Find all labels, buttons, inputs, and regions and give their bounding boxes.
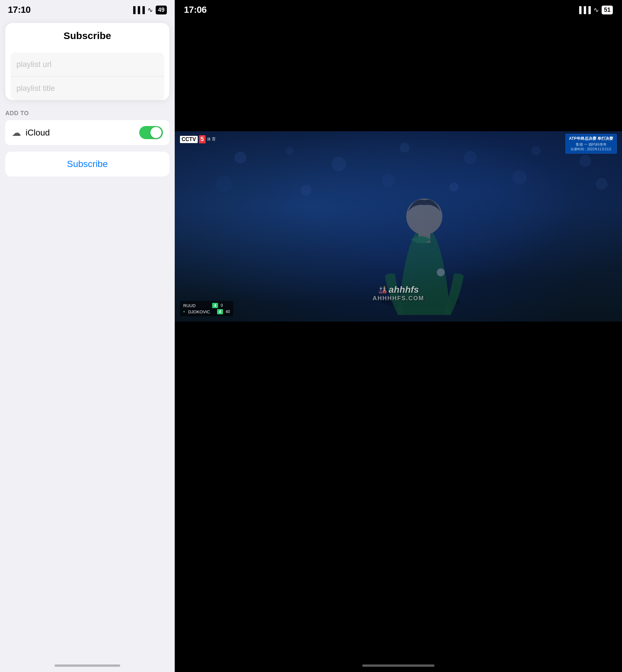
player2-name: DJOKOVIC xyxy=(188,309,214,314)
modal-title: Subscribe xyxy=(63,30,111,41)
playlist-url-input[interactable] xyxy=(10,52,164,76)
match-title: ATP年终总决赛 单打决赛 xyxy=(569,136,613,141)
home-indicator-left xyxy=(55,665,120,667)
subscribe-modal: Subscribe xyxy=(5,23,169,100)
score-overlay: RUUD 4 0 • DJOKOVIC 4 40 xyxy=(180,301,233,316)
serving-dot: • xyxy=(183,309,185,314)
video-black-top xyxy=(175,20,622,131)
modal-title-bar: Subscribe xyxy=(5,23,169,47)
icloud-toggle[interactable] xyxy=(139,126,163,139)
wifi-icon-right: ∿ xyxy=(593,6,599,14)
svg-point-4 xyxy=(464,151,477,164)
svg-point-6 xyxy=(579,155,591,167)
status-icons-left: ▐▐▐ ∿ 49 xyxy=(131,6,167,14)
cctv-sport-label: 体 育 xyxy=(207,137,216,142)
cloud-icon: ☁ xyxy=(12,127,21,138)
svg-point-3 xyxy=(400,143,410,153)
icloud-row: ☁ iCloud xyxy=(5,120,169,145)
watermark: 🎎 ahhhfs AHHHHFS.COM xyxy=(373,285,424,302)
toggle-knob xyxy=(150,127,162,138)
time-right: 17:06 xyxy=(184,5,207,15)
player1-set: 4 xyxy=(212,303,218,308)
add-to-section: ADD TO ☁ iCloud xyxy=(5,110,169,145)
cctv-logo: CCTV 5 体 育 xyxy=(180,135,216,143)
match-players: 鲁德 一 德约科维奇 xyxy=(569,142,613,147)
svg-point-9 xyxy=(382,174,395,187)
status-icons-right: ▐▐▐ ∿ 51 xyxy=(577,6,613,14)
match-info-box: ATP年终总决赛 单打决赛 鲁德 一 德约科维奇 比赛时间：2022年11月21… xyxy=(565,134,617,154)
svg-point-10 xyxy=(449,182,458,192)
signal-icon-right: ▐▐▐ xyxy=(577,6,591,14)
icloud-left: ☁ iCloud xyxy=(12,127,50,138)
video-player[interactable]: CCTV 5 体 育 ATP年终总决赛 单打决赛 鲁德 一 德约科维奇 比赛时间… xyxy=(175,131,622,322)
time-left: 17:10 xyxy=(8,5,31,15)
add-to-label: ADD TO xyxy=(5,110,169,117)
player2-set: 4 xyxy=(217,309,223,314)
subscribe-card: Subscribe xyxy=(5,152,169,177)
watermark-line2: AHHHHFS.COM xyxy=(373,295,424,302)
svg-point-16 xyxy=(437,268,445,276)
right-panel: 17:06 ▐▐▐ ∿ 51 xyxy=(175,0,622,672)
svg-point-7 xyxy=(216,176,232,192)
battery-left: 49 xyxy=(156,6,167,14)
svg-point-5 xyxy=(531,146,541,155)
video-black-bottom xyxy=(175,322,622,672)
left-panel: 17:10 ▐▐▐ ∿ 49 Subscribe ADD TO ☁ iCloud xyxy=(0,0,175,672)
svg-point-0 xyxy=(235,152,246,163)
wifi-icon-left: ∿ xyxy=(147,6,153,14)
status-bar-left: 17:10 ▐▐▐ ∿ 49 xyxy=(0,0,175,20)
score-row-player1: RUUD 4 0 xyxy=(183,303,230,308)
subscribe-button[interactable]: Subscribe xyxy=(12,159,163,169)
icloud-label: iCloud xyxy=(26,128,50,138)
player1-game: 0 xyxy=(221,303,223,308)
svg-point-1 xyxy=(286,147,293,155)
score-row-player2: • DJOKOVIC 4 40 xyxy=(183,309,230,314)
svg-point-11 xyxy=(512,170,527,184)
svg-point-2 xyxy=(332,157,346,171)
watermark-line1: ahhhfs xyxy=(389,285,419,295)
svg-point-12 xyxy=(596,178,608,190)
input-group xyxy=(10,52,164,100)
battery-right: 51 xyxy=(602,6,613,14)
cctv-text: CCTV xyxy=(180,136,198,143)
status-bar-right: 17:06 ▐▐▐ ∿ 51 xyxy=(175,0,622,20)
player2-game: 40 xyxy=(226,309,230,314)
cctv-channel-num: 5 xyxy=(199,135,206,143)
player1-name: RUUD xyxy=(183,303,210,308)
playlist-title-input[interactable] xyxy=(10,76,164,100)
svg-point-8 xyxy=(301,185,311,195)
home-indicator-right xyxy=(362,665,435,667)
signal-icon-left: ▐▐▐ xyxy=(131,6,145,14)
match-date: 比赛时间：2022年11月21日 xyxy=(569,147,613,152)
